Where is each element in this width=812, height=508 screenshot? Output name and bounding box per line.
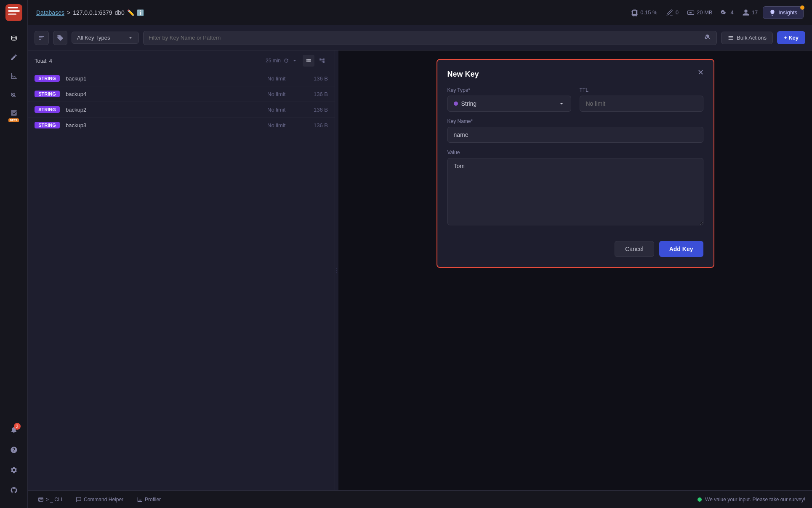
breadcrumb-separator: >: [67, 9, 70, 16]
survey-notice: We value your input. Please take our sur…: [698, 497, 805, 503]
breadcrumb-db: db0: [115, 9, 125, 16]
key-name-label: Key Name*: [447, 118, 703, 124]
key-type-badge: STRING: [35, 106, 60, 113]
topbar: Databases > 127.0.0.1:6379 db0 ✏️ ℹ️ 0.1…: [28, 0, 812, 25]
bulk-actions-button[interactable]: Bulk Actions: [721, 32, 773, 44]
modal-actions: Cancel Add Key: [447, 234, 703, 257]
add-key-modal-button[interactable]: Add Key: [659, 241, 703, 257]
table-row[interactable]: STRING backup3 No limit 136 B: [28, 118, 335, 133]
command-helper-button[interactable]: Command Helper: [72, 495, 127, 504]
add-key-button[interactable]: + Key: [777, 31, 805, 44]
value-textarea[interactable]: Tom: [447, 158, 703, 225]
key-name: backup4: [66, 91, 261, 97]
tag-filter-button[interactable]: [53, 31, 67, 45]
sidebar-item-pubsub[interactable]: [6, 87, 21, 102]
ttl-input[interactable]: [580, 96, 703, 112]
table-row[interactable]: STRING backup4 No limit 136 B: [28, 86, 335, 102]
key-type-value: String: [461, 100, 477, 107]
cancel-button[interactable]: Cancel: [615, 241, 654, 257]
keys-value: 4: [730, 9, 733, 16]
key-size: 136 B: [307, 91, 328, 97]
keys-list: STRING backup1 No limit 136 B STRING bac…: [28, 71, 335, 490]
key-type-group: Key Type* String: [447, 87, 571, 112]
key-size: 136 B: [307, 122, 328, 128]
sidebar-item-help[interactable]: [6, 442, 21, 457]
key-ttl: No limit: [267, 91, 301, 97]
key-type-label: Key Type*: [447, 87, 571, 93]
beta-label: BETA: [8, 118, 19, 122]
cpu-stat: 0.15 %: [631, 9, 657, 16]
svg-rect-2: [8, 13, 16, 15]
ttl-group: TTL: [580, 87, 703, 112]
key-type-badge: STRING: [35, 75, 60, 82]
insights-dot: [800, 5, 804, 10]
sidebar-item-settings[interactable]: [6, 463, 21, 478]
key-ttl: No limit: [267, 122, 301, 128]
table-row[interactable]: STRING backup2 No limit 136 B: [28, 102, 335, 118]
svg-rect-3: [8, 7, 18, 8]
key-type-value: All Key Types: [77, 35, 110, 41]
modal-close-button[interactable]: ✕: [695, 67, 707, 78]
breadcrumb-databases-link[interactable]: Databases: [36, 9, 64, 16]
keys-panel: Total: 4 25 min: [28, 51, 335, 490]
survey-dot: [698, 497, 702, 502]
bottom-bar: > _ CLI Command Helper Profiler We value…: [28, 490, 812, 508]
sidebar: BETA 2: [0, 0, 28, 508]
tree-view-button[interactable]: [316, 55, 328, 67]
memory-value: 20 MB: [697, 9, 713, 16]
svg-point-5: [13, 94, 15, 96]
sidebar-item-database[interactable]: [6, 31, 21, 46]
info-icon[interactable]: ℹ️: [137, 9, 144, 16]
content-area: Total: 4 25 min: [28, 51, 812, 490]
users-value: 17: [752, 9, 758, 16]
bulk-actions-label: Bulk Actions: [737, 35, 767, 41]
cli-button[interactable]: > _ CLI: [35, 495, 66, 504]
keys-stat: 4: [721, 9, 733, 16]
modal-title: New Key: [447, 70, 703, 79]
sidebar-item-beta[interactable]: BETA: [6, 105, 21, 120]
sidebar-item-notifications[interactable]: 2: [6, 422, 21, 437]
key-ttl: No limit: [267, 75, 301, 82]
sidebar-item-edit[interactable]: [6, 50, 21, 65]
insights-button[interactable]: Insights: [763, 6, 804, 19]
sidebar-item-analytics[interactable]: [6, 68, 21, 83]
key-type-dropdown[interactable]: All Key Types: [72, 32, 139, 44]
list-view-button[interactable]: [303, 55, 314, 67]
key-name-input[interactable]: [447, 127, 703, 143]
keys-list-header: Total: 4 25 min: [28, 51, 335, 71]
key-type-select[interactable]: String: [447, 96, 571, 112]
main-content: Databases > 127.0.0.1:6379 db0 ✏️ ℹ️ 0.1…: [28, 0, 812, 508]
key-type-badge: STRING: [35, 91, 60, 97]
command-helper-label: Command Helper: [84, 497, 123, 503]
commands-stat: 0: [666, 9, 679, 16]
search-icon[interactable]: [705, 34, 711, 42]
key-name-group: Key Name*: [447, 118, 703, 143]
topbar-stats: 0.15 % 0 20 MB 4 17: [631, 9, 758, 16]
sidebar-item-github[interactable]: [6, 483, 21, 498]
svg-rect-1: [8, 10, 20, 12]
breadcrumb: Databases > 127.0.0.1:6379 db0 ✏️ ℹ️: [36, 9, 144, 16]
app-logo[interactable]: [5, 4, 22, 23]
string-type-dot: [454, 102, 458, 106]
modal-row-type-ttl: Key Type* String TTL: [447, 87, 703, 112]
resize-handle[interactable]: ⋮: [335, 51, 338, 490]
new-key-modal: New Key ✕ Key Type* String: [437, 59, 714, 268]
value-label: Value: [447, 150, 703, 155]
profiler-button[interactable]: Profiler: [133, 495, 164, 504]
filter-input[interactable]: [149, 35, 705, 41]
notification-badge: 2: [14, 423, 21, 430]
view-icons: [303, 55, 328, 67]
table-row[interactable]: STRING backup1 No limit 136 B: [28, 71, 335, 86]
survey-text: We value your input. Please take our sur…: [705, 497, 805, 503]
value-group: Value Tom: [447, 150, 703, 225]
breadcrumb-host: 127.0.0.1:6379: [73, 9, 112, 16]
commands-value: 0: [676, 9, 679, 16]
total-count: Total: 4: [35, 58, 52, 64]
edit-connection-icon[interactable]: ✏️: [127, 9, 134, 16]
key-ttl: No limit: [267, 107, 301, 113]
memory-stat: 20 MB: [687, 9, 713, 16]
filter-view-button[interactable]: [35, 31, 49, 45]
insights-label: Insights: [778, 9, 797, 16]
filter-input-wrapper: [143, 31, 717, 45]
key-size: 136 B: [307, 107, 328, 113]
